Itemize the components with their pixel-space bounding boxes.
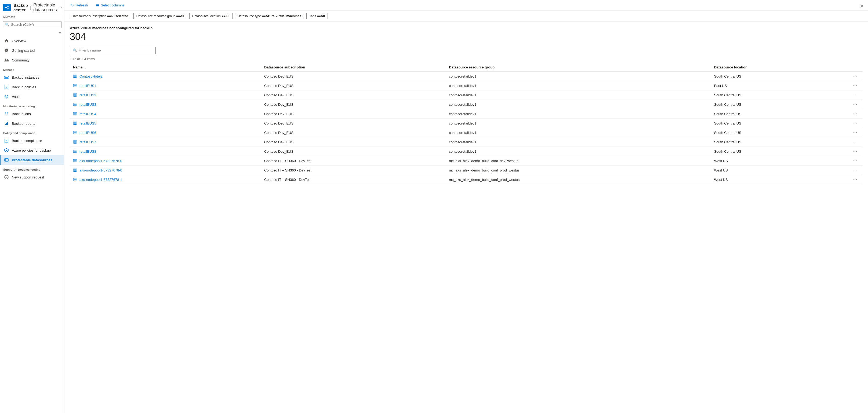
data-table: Name ↕ Datasource subscription Datasourc…	[70, 63, 863, 184]
vm-icon	[73, 168, 77, 172]
people-icon	[4, 57, 9, 63]
provider-label: Microsoft	[0, 14, 64, 19]
more-options-icon[interactable]: ⋯	[59, 5, 64, 10]
sidebar-item-azure-policies[interactable]: Azure policies for backup	[0, 146, 64, 155]
backup-compliance-label: Backup compliance	[12, 139, 42, 143]
cell-name-7: retailEUS7	[70, 137, 261, 147]
summary-count: 304	[70, 31, 863, 42]
svg-rect-61	[74, 141, 76, 143]
sidebar-item-protectable-datasources[interactable]: Protectable datasources	[0, 155, 64, 165]
select-columns-button[interactable]: Select columns	[94, 2, 126, 8]
sidebar-item-backup-policies[interactable]: Backup policies	[0, 82, 64, 92]
backup-jobs-label: Backup jobs	[12, 112, 31, 116]
datasource-icon	[4, 157, 9, 163]
col-header-name[interactable]: Name ↕	[70, 63, 261, 72]
sidebar-item-getting-started[interactable]: Getting started	[0, 45, 64, 55]
row-more-actions[interactable]: ···	[851, 73, 860, 79]
row-name: retailEUS5	[80, 121, 96, 125]
filter-name-input[interactable]	[79, 48, 153, 52]
cell-actions-6[interactable]: ···	[848, 128, 863, 137]
sort-icon: ↕	[85, 66, 86, 69]
row-name: retailEUS2	[80, 93, 96, 97]
cell-resource-group-7: contosoretaildev1	[446, 137, 711, 147]
app-icon	[3, 4, 11, 11]
table-row: aks-nodepool1-67327678-0 Contoso IT – SH…	[70, 156, 863, 166]
svg-rect-45	[74, 103, 76, 105]
cell-actions-10[interactable]: ···	[848, 166, 863, 175]
new-support-label: New support request	[12, 175, 44, 179]
collapse-sidebar-button[interactable]: «	[58, 30, 62, 36]
cell-actions-0[interactable]: ···	[848, 72, 863, 81]
sidebar-item-new-support[interactable]: ? New support request	[0, 172, 64, 182]
filter-location[interactable]: Datasource location == All	[189, 13, 232, 19]
instances-icon	[4, 74, 9, 80]
row-name: ContosoHotel2	[80, 74, 102, 78]
cell-actions-4[interactable]: ···	[848, 109, 863, 119]
cell-subscription-0: Contoso Dev_EUS	[261, 72, 446, 81]
filter-tags[interactable]: Tags == All	[306, 13, 328, 19]
filter-name-box[interactable]: 🔍	[70, 47, 156, 54]
sidebar-search-box[interactable]: 🔍	[3, 21, 61, 28]
vm-icon	[73, 140, 77, 144]
cell-subscription-9: Contoso IT – SH360 - DevTest	[261, 156, 446, 166]
row-more-actions[interactable]: ···	[851, 167, 860, 173]
sidebar-item-backup-jobs[interactable]: Backup jobs	[0, 109, 64, 119]
cell-actions-3[interactable]: ···	[848, 100, 863, 109]
cell-actions-7[interactable]: ···	[848, 137, 863, 147]
rocket-icon	[4, 48, 9, 53]
row-more-actions[interactable]: ···	[851, 111, 860, 117]
vaults-label: Vaults	[12, 95, 21, 99]
row-more-actions[interactable]: ···	[851, 149, 860, 154]
svg-point-26	[6, 150, 7, 151]
table-row: aks-nodepool1-67327678-0 Contoso IT – SH…	[70, 166, 863, 175]
sidebar-item-backup-instances[interactable]: Backup instances	[0, 72, 64, 82]
vm-icon	[73, 178, 77, 182]
cell-actions-1[interactable]: ···	[848, 81, 863, 90]
svg-point-8	[5, 78, 6, 78]
row-more-actions[interactable]: ···	[851, 139, 860, 145]
window-close-button[interactable]: ✕	[860, 3, 864, 9]
sidebar-item-community[interactable]: Community	[0, 55, 64, 65]
cell-location-5: South Central US	[711, 119, 848, 128]
sidebar-item-backup-reports[interactable]: Backup reports	[0, 119, 64, 128]
cell-name-10: aks-nodepool1-67327678-0	[70, 166, 261, 175]
row-more-actions[interactable]: ···	[851, 158, 860, 163]
cell-subscription-7: Contoso Dev_EUS	[261, 137, 446, 147]
filter-subscription[interactable]: Datasource subscription == 66 selected	[69, 13, 131, 19]
refresh-label: Refresh	[76, 3, 88, 7]
refresh-button[interactable]: Refresh	[69, 2, 90, 8]
cell-actions-8[interactable]: ···	[848, 147, 863, 156]
row-more-actions[interactable]: ···	[851, 177, 860, 182]
sidebar-item-overview[interactable]: Overview	[0, 36, 64, 45]
title-separator: |	[30, 5, 31, 10]
main-area: Refresh Select columns Datasource subscr…	[64, 0, 868, 413]
cell-subscription-10: Contoso IT – SH360 - DevTest	[261, 166, 446, 175]
cell-actions-2[interactable]: ···	[848, 90, 863, 100]
filter-type[interactable]: Datasource type == Azure Virtual machine…	[235, 13, 304, 19]
sidebar-item-vaults[interactable]: Vaults	[0, 92, 64, 101]
search-input[interactable]	[11, 23, 59, 27]
row-more-actions[interactable]: ···	[851, 83, 860, 88]
cell-resource-group-2: contosoretaildev1	[446, 90, 711, 100]
azure-policy-icon	[4, 148, 9, 153]
svg-rect-53	[74, 122, 76, 124]
monitoring-section-label: Monitoring + reporting	[0, 101, 64, 109]
filter-resource-group[interactable]: Datasource resource group == All	[133, 13, 187, 19]
row-name: retailEUS4	[80, 112, 96, 116]
cell-actions-9[interactable]: ···	[848, 156, 863, 166]
cell-resource-group-4: contosoretaildev1	[446, 109, 711, 119]
cell-subscription-2: Contoso Dev_EUS	[261, 90, 446, 100]
svg-rect-73	[74, 169, 76, 171]
cell-resource-group-0: contosoretaildev1	[446, 72, 711, 81]
cell-actions-11[interactable]: ···	[848, 175, 863, 184]
svg-rect-49	[74, 113, 76, 115]
svg-rect-69	[74, 160, 76, 162]
sidebar-item-backup-compliance[interactable]: Backup compliance	[0, 136, 64, 146]
home-icon	[4, 38, 9, 43]
row-more-actions[interactable]: ···	[851, 130, 860, 135]
vm-icon	[73, 112, 77, 116]
row-more-actions[interactable]: ···	[851, 92, 860, 98]
row-more-actions[interactable]: ···	[851, 101, 860, 107]
cell-actions-5[interactable]: ···	[848, 119, 863, 128]
row-more-actions[interactable]: ···	[851, 120, 860, 126]
